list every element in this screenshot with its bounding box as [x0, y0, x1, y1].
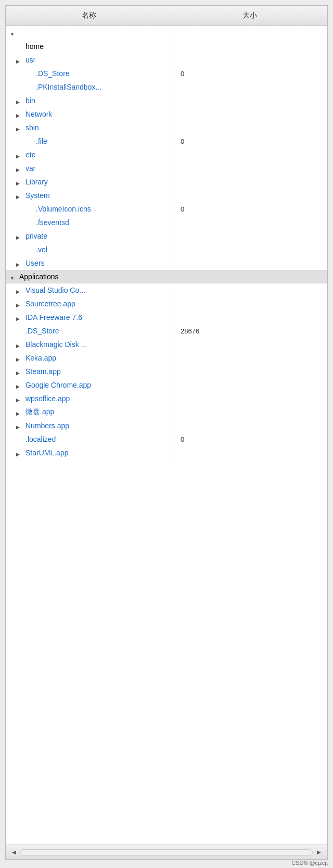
row-name-cell: Keka.app — [6, 353, 172, 363]
row-name-cell: Library — [6, 177, 172, 187]
expand-arrow-icon[interactable] — [16, 341, 23, 348]
row-name-cell: wpsoffice.app — [6, 393, 172, 404]
item-name-label: .DS_Store — [36, 69, 70, 78]
tree-row[interactable]: Visual Studio Co... — [6, 283, 327, 297]
row-name-cell: home — [6, 41, 172, 52]
expand-arrow-icon[interactable] — [16, 97, 23, 104]
item-name-label: sbin — [25, 123, 39, 132]
expand-arrow-icon[interactable] — [16, 178, 23, 185]
tree-row[interactable]: 微盘.app — [6, 405, 327, 419]
row-name-cell: sbin — [6, 122, 172, 133]
tree-row[interactable]: home — [6, 40, 327, 53]
item-name-label: StarUML.app — [25, 449, 68, 457]
row-size-cell: 0 — [172, 138, 327, 145]
tree-row[interactable]: Applications — [6, 270, 327, 283]
item-name-label: Keka.app — [25, 354, 56, 362]
expand-arrow-icon[interactable] — [16, 56, 23, 64]
tree-row[interactable]: Steam.app — [6, 365, 327, 378]
item-name-label: System — [25, 191, 50, 200]
tree-row[interactable]: .DS_Store28676 — [6, 324, 327, 338]
tree-row[interactable]: Blackmagic Disk ... — [6, 338, 327, 351]
expand-arrow-icon[interactable] — [16, 300, 23, 307]
scroll-right-arrow[interactable]: ▶ — [315, 848, 323, 856]
tree-row[interactable] — [6, 26, 327, 40]
tree-row[interactable]: var — [6, 162, 327, 175]
tree-row[interactable]: Library — [6, 175, 327, 189]
tree-row[interactable]: .localized0 — [6, 432, 327, 446]
row-name-cell: Applications — [6, 271, 172, 282]
expand-arrow-icon[interactable] — [16, 259, 23, 267]
item-name-label: wpsoffice.app — [25, 394, 70, 403]
expand-arrow-icon[interactable] — [16, 287, 23, 294]
expand-arrow-icon[interactable] — [16, 192, 23, 199]
item-name-label: .localized — [25, 435, 56, 443]
tree-row[interactable]: wpsoffice.app — [6, 392, 327, 405]
expand-arrow-icon[interactable] — [16, 422, 23, 429]
row-name-cell: .VolumeIcon.icns — [6, 204, 172, 214]
row-name-cell: var — [6, 163, 172, 173]
collapse-arrow-icon[interactable] — [10, 29, 17, 36]
expand-arrow-icon[interactable] — [16, 381, 23, 389]
row-name-cell: .localized — [6, 434, 172, 444]
row-name-cell: IDA Freeware 7.6 — [6, 312, 172, 323]
tree-row[interactable]: IDA Freeware 7.6 — [6, 311, 327, 324]
tree-row[interactable]: .fseventsd — [6, 216, 327, 229]
item-name-label: private — [25, 232, 47, 240]
row-name-cell: Network — [6, 109, 172, 119]
tree-row[interactable]: System — [6, 189, 327, 202]
expand-arrow-icon[interactable] — [16, 368, 23, 375]
tree-row[interactable]: sbin — [6, 121, 327, 134]
row-name-cell: Blackmagic Disk ... — [6, 339, 172, 350]
horizontal-scrollbar[interactable] — [20, 849, 313, 855]
row-name-cell: System — [6, 190, 172, 201]
file-browser-window: 名称 大小 homeusr.DS_Store0.PKInstallSandbox… — [5, 5, 328, 860]
row-size-cell: 0 — [172, 70, 327, 78]
column-header: 名称 大小 — [6, 6, 327, 26]
tree-row[interactable]: Keka.app — [6, 351, 327, 365]
expand-arrow-icon[interactable] — [16, 165, 23, 172]
row-name-cell: Google Chrome.app — [6, 380, 172, 390]
row-size-cell: 0 — [172, 436, 327, 443]
item-name-label: Google Chrome.app — [25, 381, 91, 389]
tree-row[interactable]: Google Chrome.app — [6, 378, 327, 392]
row-name-cell: Users — [6, 258, 172, 268]
tree-row[interactable]: etc — [6, 148, 327, 162]
item-name-label: Numbers.app — [25, 421, 69, 430]
row-name-cell: StarUML.app — [6, 448, 172, 458]
expand-arrow-icon[interactable] — [16, 124, 23, 131]
tree-row[interactable]: Numbers.app — [6, 419, 327, 432]
tree-row[interactable]: usr — [6, 53, 327, 67]
row-name-cell — [6, 28, 172, 38]
tree-row[interactable]: .PKInstallSandbox... — [6, 80, 327, 94]
tree-row[interactable]: .vol — [6, 243, 327, 256]
item-name-label: IDA Freeware 7.6 — [25, 313, 82, 321]
row-name-cell: 微盘.app — [6, 406, 172, 418]
tree-row[interactable]: .DS_Store0 — [6, 67, 327, 80]
expand-arrow-icon[interactable] — [16, 354, 23, 362]
item-name-label: usr — [25, 56, 35, 64]
tree-row[interactable]: .VolumeIcon.icns0 — [6, 202, 327, 216]
name-column-header: 名称 — [6, 6, 172, 26]
tree-content[interactable]: homeusr.DS_Store0.PKInstallSandbox...bin… — [6, 26, 327, 845]
expand-arrow-icon[interactable] — [16, 110, 23, 118]
tree-row[interactable]: private — [6, 229, 327, 243]
expand-arrow-icon[interactable] — [16, 151, 23, 158]
scroll-left-arrow[interactable]: ◀ — [10, 848, 18, 856]
expand-arrow-icon[interactable] — [16, 314, 23, 321]
tree-row[interactable]: Users — [6, 256, 327, 270]
tree-row[interactable]: Sourcetree.app — [6, 297, 327, 311]
expand-arrow-icon[interactable] — [16, 449, 23, 456]
tree-row[interactable]: StarUML.app — [6, 446, 327, 460]
row-name-cell: .DS_Store — [6, 68, 172, 79]
item-name-label: Blackmagic Disk ... — [25, 340, 87, 349]
item-name-label: .PKInstallSandbox... — [36, 83, 101, 91]
expand-arrow-icon[interactable] — [16, 408, 23, 416]
expand-arrow-icon[interactable] — [16, 232, 23, 240]
tree-row[interactable]: .file0 — [6, 134, 327, 148]
expand-arrow-icon[interactable] — [16, 395, 23, 402]
tree-row[interactable]: Network — [6, 107, 327, 121]
item-name-label: .DS_Store — [25, 327, 59, 335]
tree-row[interactable]: bin — [6, 94, 327, 107]
collapse-arrow-icon[interactable] — [10, 273, 17, 280]
bottom-scrollbar-bar: ◀ ▶ CSDN @cjzcjt — [6, 845, 327, 859]
